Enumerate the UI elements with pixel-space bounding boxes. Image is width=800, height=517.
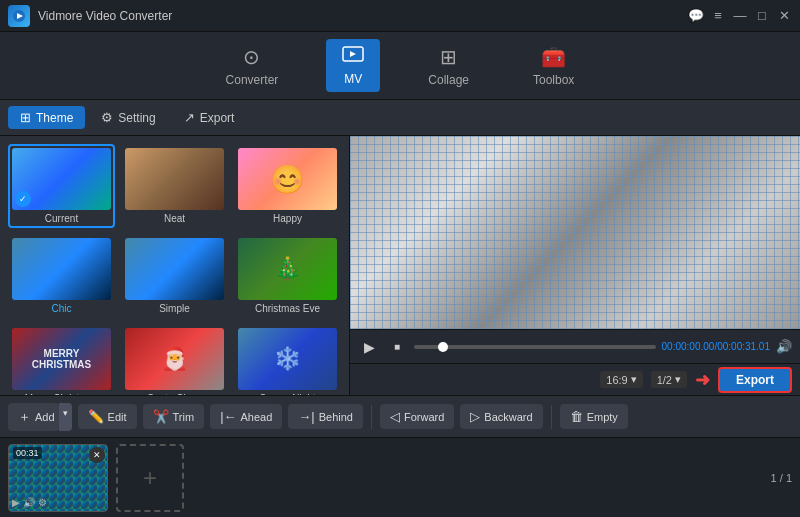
theme-chic[interactable]: Chic (8, 234, 115, 318)
empty-button[interactable]: 🗑 Empty (560, 404, 628, 429)
tab-setting-label: Setting (118, 111, 155, 125)
clip-action-icons: ▶ 🔊 ⚙ (12, 497, 47, 508)
main-content: ✓ Current Neat 😊 Happy Chic (0, 136, 800, 395)
preview-panel: ▶ ■ 00:00:00.00/00:00:31.01 🔊 16:9 ▾ 1/2… (350, 136, 800, 395)
app-logo (8, 5, 30, 27)
close-icon[interactable]: ✕ (776, 8, 792, 24)
behind-button[interactable]: →| Behind (288, 404, 363, 429)
resolution-label: 1/2 (657, 374, 672, 386)
ahead-button[interactable]: |← Ahead (210, 404, 282, 429)
converter-icon: ⊙ (243, 45, 260, 69)
theme-current-label: Current (45, 213, 78, 224)
preview-canvas (350, 136, 800, 329)
theme-chic-thumb (12, 238, 111, 300)
toolbar-separator (371, 405, 372, 429)
edit-label: Edit (108, 411, 127, 423)
nav-toolbox[interactable]: 🧰 Toolbox (517, 39, 590, 93)
add-clip-icon: + (143, 464, 157, 492)
maximize-icon[interactable]: □ (754, 8, 770, 24)
theme-christmas-eve-label: Christmas Eve (255, 303, 320, 314)
add-button[interactable]: ＋ Add (8, 403, 59, 431)
theme-snowy-night[interactable]: ❄️ Snowy Night (234, 324, 341, 395)
empty-icon: 🗑 (570, 409, 583, 424)
nav-collage-label: Collage (428, 73, 469, 87)
theme-merry-christmas[interactable]: MERRYCHRISTMAS Merry Christmas (8, 324, 115, 395)
tab-export[interactable]: ↗ Export (172, 106, 247, 129)
minimize-icon[interactable]: — (732, 8, 748, 24)
timeline: 00:31 ✕ ▶ 🔊 ⚙ + 1 / 1 (0, 437, 800, 517)
theme-simple[interactable]: Simple (121, 234, 228, 318)
sub-tabs: ⊞ Theme ⚙ Setting ↗ Export (0, 100, 800, 136)
backward-button[interactable]: ▷ Backward (460, 404, 542, 429)
clip-audio-icon[interactable]: 🔊 (23, 497, 35, 508)
ahead-icon: |← (220, 409, 236, 424)
add-btn-group: ＋ Add ▾ (8, 403, 72, 431)
empty-label: Empty (587, 411, 618, 423)
backward-icon: ▷ (470, 409, 480, 424)
toolbox-icon: 🧰 (541, 45, 566, 69)
window-controls: 💬 ≡ — □ ✕ (688, 8, 792, 24)
theme-happy-thumb: 😊 (238, 148, 337, 210)
progress-thumb[interactable] (438, 342, 448, 352)
edit-icon: ✏️ (88, 409, 104, 424)
app-title: Vidmore Video Converter (38, 9, 688, 23)
volume-icon[interactable]: 🔊 (776, 339, 792, 354)
theme-merry-christmas-thumb: MERRYCHRISTMAS (12, 328, 111, 390)
chat-icon[interactable]: 💬 (688, 8, 704, 24)
tab-theme[interactable]: ⊞ Theme (8, 106, 85, 129)
stop-button[interactable]: ■ (386, 336, 408, 358)
clip-play-icon[interactable]: ▶ (12, 497, 20, 508)
theme-snowy-night-label: Snowy Night (259, 393, 315, 395)
add-icon: ＋ (18, 408, 31, 426)
edit-button[interactable]: ✏️ Edit (78, 404, 137, 429)
playback-controls: ▶ ■ 00:00:00.00/00:00:31.01 🔊 (350, 329, 800, 363)
theme-neat-thumb (125, 148, 224, 210)
theme-snowy-night-thumb: ❄️ (238, 328, 337, 390)
nav-toolbox-label: Toolbox (533, 73, 574, 87)
trim-button[interactable]: ✂️ Trim (143, 404, 205, 429)
forward-button[interactable]: ◁ Forward (380, 404, 454, 429)
title-bar: Vidmore Video Converter 💬 ≡ — □ ✕ (0, 0, 800, 32)
menu-icon[interactable]: ≡ (710, 8, 726, 24)
progress-bar[interactable] (414, 345, 656, 349)
export-button[interactable]: Export (718, 367, 792, 393)
nav-collage[interactable]: ⊞ Collage (412, 39, 485, 93)
nav-mv[interactable]: MV (326, 39, 380, 92)
theme-happy[interactable]: 😊 Happy (234, 144, 341, 228)
clip-settings-icon[interactable]: ⚙ (38, 497, 47, 508)
play-button[interactable]: ▶ (358, 336, 380, 358)
theme-simple-thumb (125, 238, 224, 300)
collage-icon: ⊞ (440, 45, 457, 69)
timeline-page: 1 / 1 (771, 472, 792, 484)
forward-label: Forward (404, 411, 444, 423)
export-tab-icon: ↗ (184, 110, 195, 125)
theme-panel: ✓ Current Neat 😊 Happy Chic (0, 136, 350, 395)
selected-checkmark: ✓ (15, 191, 31, 207)
theme-santa-claus[interactable]: 🎅 Santa Claus (121, 324, 228, 395)
clip-duration: 00:31 (13, 447, 42, 459)
ar-export-row: 16:9 ▾ 1/2 ▾ ➜ Export (350, 363, 800, 395)
tab-export-label: Export (200, 111, 235, 125)
behind-label: Behind (319, 411, 353, 423)
theme-christmas-eve[interactable]: 🎄 Christmas Eve (234, 234, 341, 318)
tab-setting[interactable]: ⚙ Setting (89, 106, 167, 129)
bottom-toolbar: ＋ Add ▾ ✏️ Edit ✂️ Trim |← Ahead →| Behi… (0, 395, 800, 437)
theme-current[interactable]: ✓ Current (8, 144, 115, 228)
top-nav: ⊙ Converter MV ⊞ Collage 🧰 Toolbox (0, 32, 800, 100)
theme-happy-label: Happy (273, 213, 302, 224)
theme-santa-claus-label: Santa Claus (147, 393, 201, 395)
add-clip-button[interactable]: + (116, 444, 184, 512)
nav-converter[interactable]: ⊙ Converter (210, 39, 295, 93)
toolbar-separator-2 (551, 405, 552, 429)
resolution-select[interactable]: 1/2 ▾ (651, 371, 687, 388)
clip-close-button[interactable]: ✕ (89, 447, 105, 463)
preview-area (350, 136, 800, 329)
theme-neat[interactable]: Neat (121, 144, 228, 228)
aspect-ratio-select[interactable]: 16:9 ▾ (600, 371, 642, 388)
theme-grid: ✓ Current Neat 😊 Happy Chic (8, 144, 341, 395)
behind-icon: →| (298, 409, 314, 424)
nav-mv-label: MV (344, 72, 362, 86)
timeline-clip[interactable]: 00:31 ✕ ▶ 🔊 ⚙ (8, 444, 108, 512)
add-arrow-button[interactable]: ▾ (59, 403, 72, 431)
trim-icon: ✂️ (153, 409, 169, 424)
